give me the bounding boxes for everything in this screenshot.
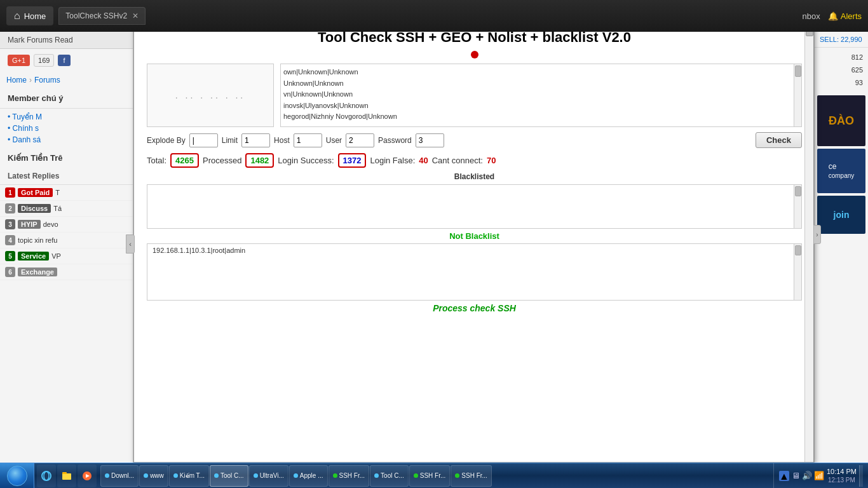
- blacklist-scrollbar-thumb: [795, 245, 801, 255]
- reply-item-1[interactable]: 1 Got Paid T: [0, 185, 133, 201]
- ie-icon: [41, 470, 52, 482]
- blacklist-scrollbar[interactable]: [794, 244, 801, 300]
- list-item: Unknown|Unknown: [283, 78, 799, 90]
- alerts-link[interactable]: 🔔 Alerts: [828, 11, 862, 21]
- taskbar-app-sshfr1[interactable]: SSH Fr...: [329, 465, 370, 487]
- media-icon-btn[interactable]: [78, 464, 97, 487]
- list-item: inovsk|Ulyanovsk|Unknown: [283, 100, 799, 112]
- ie-icon-btn[interactable]: [37, 464, 56, 487]
- start-button[interactable]: [0, 463, 34, 489]
- collapse-arrow-left[interactable]: ‹: [126, 234, 135, 254]
- signal-icon: 📶: [814, 471, 824, 480]
- total-value: 4265: [175, 156, 194, 165]
- reply-item-5[interactable]: 5 Service VP: [0, 248, 133, 264]
- folder-icon: [61, 470, 72, 482]
- tab-label: ToolCheck SSHv2: [65, 11, 127, 20]
- inbox-link[interactable]: nbox: [803, 11, 820, 21]
- processed-label: Processed: [203, 156, 241, 165]
- sell-info: SELL: 22,990: [815, 32, 868, 48]
- home-label: Home: [24, 11, 46, 21]
- taskbar-app-sshfr2[interactable]: SSH Fr...: [409, 465, 451, 487]
- app-dot: [455, 473, 459, 478]
- explode-input[interactable]: [189, 133, 218, 147]
- tray-icons: 🖥 🔊 📶: [792, 471, 824, 480]
- svg-rect-3: [62, 472, 67, 474]
- app-dot: [105, 473, 109, 478]
- reply-label-service: Service: [18, 252, 49, 261]
- check-button[interactable]: Check: [756, 132, 802, 148]
- sidebar-link-chinh[interactable]: • Chính s: [8, 123, 125, 134]
- list-item: hegorod|Nizhniy Novgorod|Unknown: [283, 111, 799, 123]
- password-input[interactable]: [416, 133, 444, 147]
- app-dot: [374, 473, 379, 478]
- mark-forums-read[interactable]: Mark Forums Read: [0, 32, 133, 49]
- breadcrumb-forums[interactable]: Forums: [34, 76, 60, 85]
- kiemtien-section: Kiếm Tiền Trê: [0, 148, 133, 168]
- collapse-arrow-right[interactable]: ›: [813, 225, 821, 244]
- app-dot: [214, 473, 219, 478]
- window-scrollbar[interactable]: [804, 22, 813, 462]
- show-desktop-button[interactable]: [859, 465, 863, 487]
- login-false-label: Login False:: [370, 156, 415, 165]
- bell-icon: 🔔: [828, 11, 838, 21]
- host-input[interactable]: [294, 133, 322, 147]
- right-ad-banner: ĐÀO: [817, 95, 865, 146]
- clock-display[interactable]: 10:14 PM 12:13 PM: [827, 467, 857, 484]
- reply-item-4[interactable]: 4 topic xin refu: [0, 233, 133, 248]
- taskbar-app-www[interactable]: www: [139, 465, 168, 487]
- output-area[interactable]: [147, 184, 802, 229]
- app-dot: [333, 473, 337, 478]
- reply-text-4: topic xin refu: [18, 236, 57, 244]
- login-success-value: 1372: [343, 156, 362, 165]
- taskbar-app-toolc2[interactable]: Tool C...: [370, 465, 409, 487]
- reply-num-3: 3: [5, 219, 15, 229]
- sidebar-link-danh[interactable]: • Danh sá: [8, 134, 125, 146]
- windows-taskbar: Downl... www Kiếm T... Tool C... UltraVi…: [0, 463, 868, 488]
- ssh-list-area[interactable]: own|Unknown|Unknown Unknown|Unknown vn|U…: [280, 64, 802, 127]
- time-value: 10:14 PM: [827, 467, 857, 476]
- reply-item-3[interactable]: 3 HYIP devo: [0, 217, 133, 233]
- password-label: Password: [378, 136, 412, 145]
- taskbar-app-apple[interactable]: Apple ...: [289, 465, 328, 487]
- tab-close-icon[interactable]: ✕: [132, 11, 139, 20]
- reply-item-2[interactable]: 2 Discuss Tá: [0, 201, 133, 217]
- network-icon[interactable]: 🖥: [792, 471, 800, 480]
- social-buttons: G+1 169 f: [0, 49, 133, 72]
- sidebar-link-tuyen[interactable]: • Tuyển M: [8, 111, 125, 123]
- total-box: 4265: [170, 153, 199, 168]
- app-label: www: [150, 472, 164, 479]
- limit-input[interactable]: [241, 133, 270, 147]
- app-dot: [254, 473, 258, 478]
- taskbar-app-downl[interactable]: Downl...: [100, 465, 139, 487]
- start-orb: [7, 466, 27, 486]
- output-scrollbar[interactable]: [794, 185, 801, 228]
- app-label: SSH Fr...: [420, 472, 446, 479]
- number-1: 812: [820, 51, 863, 64]
- quick-launch: [34, 463, 99, 488]
- home-nav-button[interactable]: ⌂ Home: [6, 6, 53, 25]
- total-label: Total:: [147, 156, 166, 165]
- reply-label-discuss: Discuss: [18, 204, 51, 213]
- status-dot: [471, 51, 478, 58]
- gplus-button[interactable]: G+1: [8, 55, 30, 66]
- volume-icon[interactable]: 🔊: [802, 471, 812, 480]
- login-success-box: 1372: [338, 153, 367, 168]
- window-content: Tool Check SSH + GEO + Nolist + blacklis…: [134, 23, 813, 463]
- tray-expand-button[interactable]: ▲: [779, 471, 789, 481]
- taskbar-app-kiemd[interactable]: Kiếm T...: [169, 465, 209, 487]
- facebook-button[interactable]: f: [58, 55, 70, 66]
- explorer-icon-btn[interactable]: [57, 464, 76, 487]
- media-icon: [81, 470, 93, 482]
- blacklist-area[interactable]: 192.168.1.1|10.3.1|root|admin: [147, 243, 802, 301]
- blacklisted-label: Blacklisted: [454, 172, 494, 181]
- list-scrollbar[interactable]: [794, 64, 801, 126]
- taskbar-app-ultra[interactable]: UltraVi...: [249, 465, 288, 487]
- tool-tab[interactable]: ToolCheck SSHv2 ✕: [58, 7, 146, 25]
- user-input[interactable]: [346, 133, 374, 147]
- reply-item-6[interactable]: 6 Exchange: [0, 264, 133, 280]
- breadcrumb-home[interactable]: Home: [6, 76, 27, 85]
- app-dot: [144, 473, 148, 478]
- reply-label-hyip: HYIP: [18, 220, 41, 229]
- taskbar-app-sshfr3[interactable]: SSH Fr...: [451, 465, 492, 487]
- taskbar-app-toolc[interactable]: Tool C...: [210, 465, 248, 487]
